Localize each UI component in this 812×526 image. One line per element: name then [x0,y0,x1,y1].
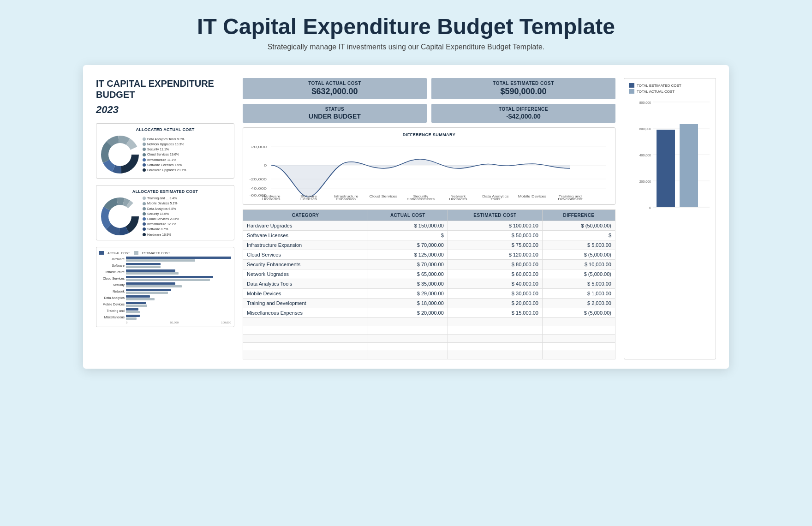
diff-chart-title: DIFFERENCE SUMMARY [249,132,609,137]
left-column: IT CAPITAL EXPENDITURE BUDGET 2023 ALLOC… [96,78,234,359]
table-cell-category: Network Upgrades [243,269,368,279]
svg-text:Licenses: Licenses [300,197,317,200]
table-row: Data Analytics Tools $ 35,000.00 $ 40,00… [243,279,615,289]
table-cell-difference: $ 2,000.00 [542,299,615,308]
table-row: Mobile Devices $ 29,000.00 $ 30,000.00 $… [243,289,615,299]
doc-title: IT CAPITAL EXPENDITURE BUDGET [96,78,234,100]
svg-text:Expansion: Expansion [336,197,356,200]
table-cell-actual: $ 65,000.00 [368,269,448,279]
difference-value: -$42,000.00 [436,113,611,120]
svg-text:0: 0 [649,206,651,209]
table-cell-category: Security Enhancements [243,260,368,269]
actual-cost-value: $632,000.00 [247,87,422,96]
donut-chart-actual: ALLOCATED ACTUAL COST Data Analytics Too… [96,123,234,179]
svg-text:200,000: 200,000 [639,180,651,183]
table-cell-estimated: $ 50,000.00 [448,231,542,240]
table-cell-difference: $ (50,000.00) [542,221,615,231]
doc-year: 2023 [96,104,234,116]
table-cell-actual: $ [368,231,448,240]
status-label: STATUS [247,107,422,112]
bar-chart-legend: ACTUAL COST ESTIMATED COST [99,251,231,255]
actual-bar [680,124,698,207]
difference-label: TOTAL DIFFERENCE [436,107,611,112]
compare-legend-actual: TOTAL ACTUAL COST [637,90,675,94]
table-row: Hardware Upgrades $ 150,000.00 $ 100,000… [243,221,615,231]
table-cell-actual: $ 70,000.00 [368,260,448,269]
svg-text:Tools: Tools [490,197,500,200]
table-empty-row [243,326,615,335]
estimated-bar [657,130,675,207]
svg-text:Enhancements: Enhancements [407,197,435,200]
col-header-actual: ACTUAL COST [368,210,448,221]
table-cell-actual: $ 35,000.00 [368,279,448,289]
svg-point-16 [108,205,131,228]
svg-text:-20,000: -20,000 [249,177,267,181]
donut1-svg [99,134,141,175]
table-cell-category: Infrastructure Expansion [243,240,368,250]
donut2-legend: Training and ... 3.4% Mobile Devices 5.1… [143,196,179,237]
table-cell-actual: $ 18,000.00 [368,299,448,308]
donut2-title: ALLOCATED ESTIMATED COST [99,189,231,194]
bar-axis-labels: 050,000100,000 [99,321,231,324]
table-row: Cloud Services $ 125,000.00 $ 120,000.00… [243,250,615,260]
table-cell-estimated: $ 120,000.00 [448,250,542,260]
table-cell-actual: $ 70,000.00 [368,240,448,250]
diff-chart-svg: 20,000 0 -20,000 -40,000 -60,000 [249,140,609,200]
horizontal-bar-chart: ACTUAL COST ESTIMATED COST Hardware Soft… [96,247,234,327]
table-cell-difference: $ 10,000.00 [542,260,615,269]
table-cell-estimated: $ 75,000.00 [448,240,542,250]
summary-row-2: STATUS UNDER BUDGET TOTAL DIFFERENCE -$4… [243,104,615,123]
table-empty-row [243,351,615,359]
table-cell-category: Mobile Devices [243,289,368,299]
middle-column: TOTAL ACTUAL COST $632,000.00 TOTAL ESTI… [243,78,615,359]
table-cell-actual: $ 125,000.00 [368,250,448,260]
summary-row-1: TOTAL ACTUAL COST $632,000.00 TOTAL ESTI… [243,78,615,99]
table-cell-actual: $ 29,000.00 [368,289,448,299]
difference-box: TOTAL DIFFERENCE -$42,000.00 [431,104,615,123]
table-row: Security Enhancements $ 70,000.00 $ 80,0… [243,260,615,269]
table-cell-category: Data Analytics Tools [243,279,368,289]
table-cell-difference: $ (5,000.00) [542,269,615,279]
table-cell-estimated: $ 100,000.00 [448,221,542,231]
donut-chart-estimated: ALLOCATED ESTIMATED COST Training and ..… [96,185,234,240]
table-cell-estimated: $ 15,000.00 [448,308,542,318]
table-row: Network Upgrades $ 65,000.00 $ 60,000.00… [243,269,615,279]
status-value: UNDER BUDGET [247,113,422,120]
svg-text:Upgrades: Upgrades [449,197,467,200]
table-cell-estimated: $ 60,000.00 [448,269,542,279]
col-header-difference: DIFFERENCE [542,210,615,221]
table-empty-row [243,335,615,343]
bar-chart-rows: Hardware Software Infrastructure Cloud S… [99,257,231,320]
page-subtitle: Strategically manage IT investments usin… [268,43,545,51]
table-cell-category: Cloud Services [243,250,368,260]
table-cell-category: Miscellaneous Expenses [243,308,368,318]
donut1-title: ALLOCATED ACTUAL COST [99,127,231,132]
table-cell-difference: $ 5,000.00 [542,240,615,250]
table-cell-estimated: $ 80,000.00 [448,260,542,269]
donut1-legend: Data Analytics Tools 9.3% Network Upgrad… [143,137,186,173]
svg-text:0: 0 [264,163,267,167]
table-cell-difference: $ 1,000.00 [542,289,615,299]
svg-point-7 [108,143,131,166]
table-row: Infrastructure Expansion $ 70,000.00 $ 7… [243,240,615,250]
estimated-cost-box: TOTAL ESTIMATED COST $590,000.00 [431,78,615,99]
table-row: Training and Development $ 18,000.00 $ 2… [243,299,615,308]
svg-text:Development: Development [558,197,583,200]
estimated-cost-label: TOTAL ESTIMATED COST [436,81,611,86]
estimated-cost-value: $590,000.00 [436,87,611,96]
right-column: TOTAL ESTIMATED COST TOTAL ACTUAL COST 8… [624,78,716,359]
svg-text:Mobile Devices: Mobile Devices [518,195,546,198]
table-cell-category: Hardware Upgrades [243,221,368,231]
table-row: Miscellaneous Expenses $ 20,000.00 $ 15,… [243,308,615,318]
table-cell-estimated: $ 30,000.00 [448,289,542,299]
compare-legend: TOTAL ESTIMATED COST TOTAL ACTUAL COST [629,83,711,94]
svg-text:600,000: 600,000 [639,127,651,131]
table-row: Software Licenses $ $ 50,000.00 $ [243,231,615,240]
actual-cost-box: TOTAL ACTUAL COST $632,000.00 [243,78,427,99]
compare-bar-chart: TOTAL ESTIMATED COST TOTAL ACTUAL COST 8… [624,78,716,359]
page-title: IT Capital Expenditure Budget Template [197,14,615,39]
svg-text:Cloud Services: Cloud Services [369,195,397,198]
compare-legend-estimated: TOTAL ESTIMATED COST [637,84,681,88]
table-cell-estimated: $ 40,000.00 [448,279,542,289]
table-cell-category: Training and Development [243,299,368,308]
